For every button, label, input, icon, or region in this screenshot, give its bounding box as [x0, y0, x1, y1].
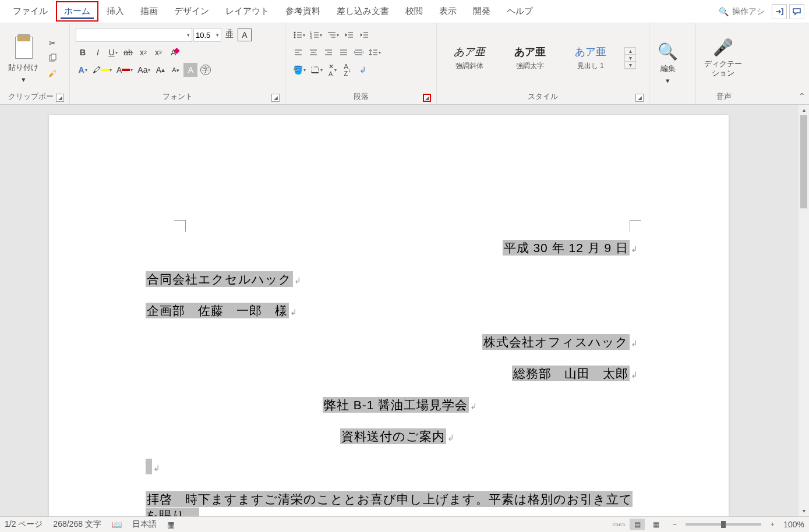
align-right-button[interactable] [322, 45, 335, 59]
scroll-up-button[interactable]: ▴ [799, 105, 809, 115]
tab-help[interactable]: ヘルプ [499, 1, 541, 22]
show-marks-button[interactable]: ↲ [356, 63, 370, 77]
document-page: 平成 30 年 12 月 9 日↲ 合同会社エクセルハック↲ 企画部 佐藤 一郎… [49, 115, 729, 516]
tab-mailings[interactable]: 差し込み文書 [328, 1, 397, 22]
tab-references[interactable]: 参考資料 [277, 1, 328, 22]
strikethrough-button[interactable]: ab [121, 45, 135, 59]
styles-launcher[interactable]: ◢ [635, 94, 644, 102]
align-center-button[interactable] [306, 45, 320, 59]
paste-label: 貼り付け [8, 62, 38, 73]
proofing-icon[interactable]: 📖 [112, 520, 122, 529]
search-icon: 🔍 [719, 7, 729, 16]
superscript-button[interactable]: x2 [151, 45, 165, 59]
underline-button[interactable]: U▾ [106, 45, 120, 59]
style-heading1[interactable]: あア亜 見出し 1 [561, 40, 620, 76]
svg-rect-41 [312, 67, 319, 73]
tab-review[interactable]: 校閲 [397, 1, 431, 22]
style-emphasis[interactable]: あア亜 強調斜体 [440, 40, 499, 76]
italic-button[interactable]: I [91, 45, 105, 59]
doc-date: 平成 30 年 12 月 9 日↲ [503, 240, 638, 256]
share-button[interactable] [772, 4, 787, 19]
status-word-count[interactable]: 268/268 文字 [53, 519, 101, 530]
format-painter-button[interactable]: 🖌 [45, 66, 59, 80]
tell-me-search[interactable]: 🔍 操作アシ [714, 4, 769, 19]
shading-button[interactable]: 🪣▾ [291, 63, 308, 77]
zoom-out-button[interactable]: − [667, 519, 682, 530]
increase-indent-button[interactable] [357, 28, 371, 42]
comments-button[interactable] [789, 4, 804, 19]
multilevel-list-button[interactable]: ▾ [325, 28, 341, 42]
tab-view[interactable]: 表示 [431, 1, 465, 22]
tab-developer[interactable]: 開発 [465, 1, 499, 22]
status-bar: 1/2 ページ 268/268 文字 📖 日本語 ▦ ▭▭ ▤ ▦ − + 10… [0, 516, 809, 532]
clipboard-launcher[interactable]: ◢ [56, 94, 64, 102]
scroll-down-button[interactable]: ▾ [799, 506, 809, 516]
voice-group-label: 音声 [716, 92, 732, 101]
search-icon: 🔍 [658, 42, 678, 61]
document-area[interactable]: 平成 30 年 12 月 9 日↲ 合同会社エクセルハック↲ 企画部 佐藤 一郎… [0, 105, 809, 516]
bold-button[interactable]: B [76, 45, 90, 59]
status-language[interactable]: 日本語 [132, 519, 157, 530]
grow-font-button[interactable]: A▴ [153, 63, 167, 77]
highlight-button[interactable]: 🖍▾ [91, 63, 114, 77]
tab-draw[interactable]: 描画 [132, 1, 166, 22]
doc-body: 拝啓 時下ますますご清栄のこととお喜び申し上げます。平素は格別のお引き立てを賜り… [146, 491, 638, 516]
svg-text:3: 3 [310, 36, 312, 39]
group-font: ▾ 10.5▾ ア亜 A B I U▾ ab x2 x2 A◆ A▾ 🖍▾ A▾… [70, 23, 285, 104]
font-color-button[interactable]: A▾ [115, 63, 135, 77]
scroll-thumb[interactable] [800, 115, 807, 208]
distributed-button[interactable] [352, 45, 366, 59]
cut-button[interactable]: ✂ [45, 36, 59, 50]
print-layout-button[interactable]: ▤ [630, 519, 645, 530]
text-effects-button[interactable]: A▾ [76, 63, 90, 77]
numbering-button[interactable]: 123▾ [308, 28, 324, 42]
tab-home[interactable]: ホーム [56, 1, 98, 22]
font-size-combo[interactable]: 10.5▾ [193, 28, 221, 42]
zoom-in-button[interactable]: + [765, 519, 780, 530]
character-shading-button[interactable]: A [183, 63, 197, 77]
paragraph-launcher[interactable]: ◢ [423, 94, 431, 102]
line-spacing-button[interactable]: ▾ [367, 45, 383, 59]
web-layout-button[interactable]: ▦ [648, 519, 663, 530]
editing-button[interactable]: 🔍 編集 ▾ [653, 26, 683, 101]
paint-bucket-icon: 🪣 [293, 65, 303, 75]
subscript-button[interactable]: x2 [136, 45, 150, 59]
collapse-ribbon-button[interactable]: ⌃ [799, 91, 806, 101]
font-launcher[interactable]: ◢ [271, 94, 280, 102]
group-editing: 🔍 編集 ▾ [649, 23, 696, 104]
read-mode-button[interactable]: ▭▭ [611, 519, 626, 530]
phonetic-guide-button[interactable]: ア亜 [222, 28, 236, 42]
zoom-slider[interactable] [686, 523, 761, 526]
justify-button[interactable] [337, 45, 351, 59]
asian-layout-button[interactable]: ✕A▾ [326, 63, 340, 77]
tab-insert[interactable]: 挿入 [98, 1, 132, 22]
shrink-font-button[interactable]: A▾ [168, 63, 182, 77]
tab-file[interactable]: ファイル [5, 1, 56, 22]
decrease-indent-button[interactable] [342, 28, 356, 42]
copy-button[interactable] [45, 51, 59, 65]
clear-formatting-button[interactable]: A◆ [167, 45, 181, 59]
change-case-button[interactable]: Aa▾ [136, 63, 152, 77]
borders-button[interactable]: ▾ [309, 63, 324, 77]
styles-scroll-up[interactable]: ▴ [625, 48, 635, 55]
doc-person-to: 企画部 佐藤 一郎 様↲ [146, 303, 298, 319]
tab-layout[interactable]: レイアウト [217, 1, 277, 22]
font-name-combo[interactable]: ▾ [76, 28, 192, 42]
zoom-level[interactable]: 100% [783, 520, 804, 529]
style-strong[interactable]: あア亜 強調太字 [501, 40, 559, 76]
enclosed-character-button[interactable]: 字 [199, 63, 213, 77]
align-left-button[interactable] [291, 45, 305, 59]
styles-scroll-down[interactable]: ▾ [625, 55, 635, 62]
bullets-button[interactable]: ▾ [291, 28, 307, 42]
macro-recording-icon[interactable]: ▦ [167, 520, 175, 529]
group-styles: あア亜 強調斜体 あア亜 強調太字 あア亜 見出し 1 ▴ ▾ ▾ スタイル◢ [437, 23, 649, 104]
vertical-scrollbar[interactable]: ▴ ▾ [799, 105, 809, 516]
enclose-characters-button[interactable]: A [238, 29, 252, 41]
doc-company-to: 合同会社エクセルハック↲ [146, 271, 302, 288]
status-page[interactable]: 1/2 ページ [5, 519, 43, 530]
sort-button[interactable]: AZ↓ [341, 63, 355, 77]
dictation-button[interactable]: 🎤 ディクテー ション [700, 26, 747, 90]
tab-design[interactable]: デザイン [166, 1, 217, 22]
styles-expand[interactable]: ▾ [625, 62, 635, 69]
paste-button[interactable]: 貼り付け ▾ [3, 26, 43, 90]
